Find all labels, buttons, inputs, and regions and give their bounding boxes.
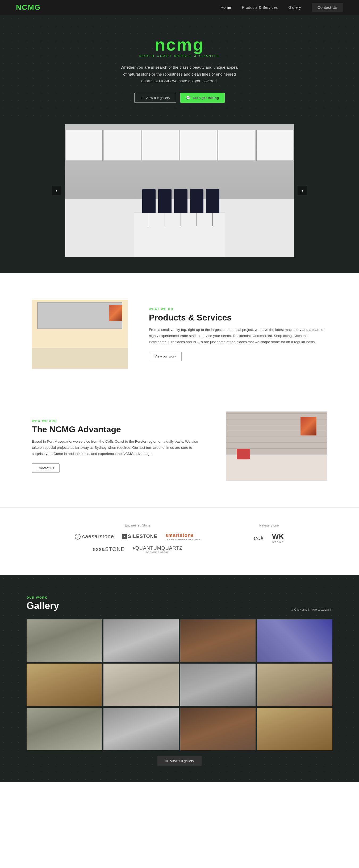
- cabinet-4: [180, 130, 217, 161]
- kitchen-island: [134, 212, 225, 257]
- engineered-label: Engineered Stone: [125, 524, 151, 527]
- advantage-content: WHO WE ARE The NCMG Advantage Based in P…: [32, 419, 205, 473]
- view-full-gallery-button[interactable]: ⊞ View full gallery: [157, 756, 201, 766]
- gallery-item-6[interactable]: [103, 663, 179, 706]
- kitchen2-scene: [226, 411, 327, 481]
- silestone-logo: ■ SILESTONE: [122, 534, 157, 539]
- gallery-header: OUR WORK Gallery ℹ Click any image to zo…: [27, 596, 332, 611]
- services-section: WHAT WE DO Products & Services From a sm…: [0, 273, 359, 396]
- stool-3: [174, 189, 188, 213]
- kitchen-scene: [65, 124, 294, 257]
- navbar: ncmg Home Products & Services Gallery Co…: [0, 0, 359, 15]
- advantage-image: [226, 411, 327, 481]
- cabinet-5: [218, 130, 255, 161]
- smartstone-logo: smartstone THE BENCHMARK IN STONE: [165, 533, 201, 540]
- gallery-grid: [27, 619, 332, 750]
- stool-5: [206, 189, 219, 213]
- pot: [237, 449, 250, 459]
- brands-row-3: essaSTONE ♦QUANTUMQUARTZ DESIGNER STONE: [93, 546, 183, 553]
- contact-us-button[interactable]: Contact us: [32, 463, 60, 473]
- services-content: WHAT WE DO Products & Services From a sm…: [149, 307, 327, 361]
- services-label: WHAT WE DO: [149, 307, 327, 311]
- nav-item-contact[interactable]: Contact Us: [312, 5, 343, 10]
- wk-stone-text: WK STONE: [272, 533, 284, 544]
- slider-section: ‹: [0, 119, 359, 273]
- wk-logo: WK STONE: [272, 533, 284, 544]
- brands-row-1: ○ caesarstone ■ SILESTONE smartstone THE…: [75, 533, 200, 540]
- slider-prev-button[interactable]: ‹: [52, 186, 61, 195]
- advantage-label: WHO WE ARE: [32, 419, 205, 423]
- engineered-logos: ○ caesarstone ■ SILESTONE smartstone THE…: [75, 533, 200, 553]
- slider-container: ‹: [65, 124, 294, 257]
- smartstone-sub: THE BENCHMARK IN STONE: [165, 538, 201, 540]
- caesarstone-icon: ○: [75, 534, 80, 539]
- natural-label: Natural Stone: [259, 524, 279, 527]
- gallery-item-2[interactable]: [103, 619, 179, 662]
- nav-item-home[interactable]: Home: [221, 5, 231, 10]
- gallery-icon: ⊞: [140, 96, 143, 100]
- services-description: From a small vanity top, right up to the…: [149, 327, 327, 345]
- grid-icon: ⊞: [165, 759, 168, 763]
- stool-1: [142, 189, 156, 213]
- gallery-hint: ℹ Click any image to zoom in: [291, 608, 332, 611]
- brands-section: Engineered Stone ○ caesarstone ■ SILESTO…: [0, 507, 359, 575]
- gallery-footer: ⊞ View full gallery: [27, 756, 332, 766]
- gallery-item-12[interactable]: [257, 708, 332, 750]
- nav-logo[interactable]: ncmg: [16, 3, 41, 12]
- silestone-icon: ■: [122, 534, 127, 539]
- kitchen-cabinets: [65, 129, 294, 161]
- kitchen2-counter: [226, 454, 327, 481]
- natural-logos: cck WK STONE: [254, 533, 284, 544]
- bathroom-artwork: [109, 305, 122, 321]
- nav-item-gallery[interactable]: Gallery: [288, 5, 301, 10]
- kitchen2-artwork: [300, 417, 317, 435]
- slider-image: [65, 124, 294, 257]
- bathroom-vanity: [32, 348, 128, 369]
- gallery-title: Gallery: [27, 600, 59, 611]
- view-gallery-button[interactable]: ⊞ View our gallery: [134, 93, 176, 103]
- gallery-item-11[interactable]: [180, 708, 256, 750]
- view-our-work-button[interactable]: View our work: [149, 352, 182, 361]
- gallery-item-1[interactable]: [27, 619, 102, 662]
- services-image: [32, 300, 128, 369]
- brands-columns: Engineered Stone ○ caesarstone ■ SILESTO…: [27, 524, 332, 553]
- gallery-item-10[interactable]: [103, 708, 179, 750]
- cabinet-1: [66, 130, 103, 161]
- hero-tagline: Whether you are in search of the classic…: [118, 64, 241, 84]
- gallery-item-9[interactable]: [27, 708, 102, 750]
- quantum-logo: ♦QUANTUMQUARTZ DESIGNER STONE: [133, 546, 183, 553]
- cook-logo: cck: [254, 534, 264, 542]
- nav-links: Home Products & Services Gallery Contact…: [221, 5, 343, 10]
- hero-logo: ncmg NORTH COAST MARBLE & GRANITE: [53, 36, 306, 58]
- gallery-our-work-label: OUR WORK: [27, 596, 59, 599]
- gallery-item-3[interactable]: [180, 619, 256, 662]
- hero-section: ncmg NORTH COAST MARBLE & GRANITE Whethe…: [0, 15, 359, 119]
- cabinet-2: [104, 130, 141, 161]
- gallery-item-8[interactable]: [257, 663, 332, 706]
- natural-stone-col: Natural Stone cck WK STONE: [254, 524, 284, 553]
- advantage-section: WHO WE ARE The NCMG Advantage Based in P…: [0, 396, 359, 507]
- chat-icon: 💬: [186, 96, 190, 100]
- nav-item-products[interactable]: Products & Services: [242, 5, 278, 10]
- stool-2: [158, 189, 171, 213]
- gallery-item-4[interactable]: [257, 619, 332, 662]
- advantage-description: Based in Port Macquarie, we service from…: [32, 439, 205, 457]
- brands-row-2: cck WK STONE: [254, 533, 284, 544]
- services-title: Products & Services: [149, 313, 327, 322]
- essa-logo: essaSTONE: [93, 546, 125, 552]
- caesarstone-logo: ○ caesarstone: [75, 533, 114, 539]
- lets-talk-button[interactable]: 💬 Let's get talking: [180, 93, 224, 103]
- gallery-section: OUR WORK Gallery ℹ Click any image to zo…: [0, 575, 359, 782]
- engineered-stone-col: Engineered Stone ○ caesarstone ■ SILESTO…: [75, 524, 200, 553]
- gallery-title-group: OUR WORK Gallery: [27, 596, 59, 611]
- gallery-item-5[interactable]: [27, 663, 102, 706]
- stool-4: [190, 189, 203, 213]
- advantage-title: The NCMG Advantage: [32, 425, 205, 434]
- info-icon: ℹ: [291, 608, 293, 611]
- quantum-sub: DESIGNER STONE: [133, 551, 183, 553]
- bathroom-scene: [32, 300, 128, 369]
- cabinet-3: [142, 130, 179, 161]
- slider-next-button[interactable]: ›: [298, 186, 307, 195]
- gallery-item-7[interactable]: [180, 663, 256, 706]
- hero-buttons: ⊞ View our gallery 💬 Let's get talking: [53, 93, 306, 103]
